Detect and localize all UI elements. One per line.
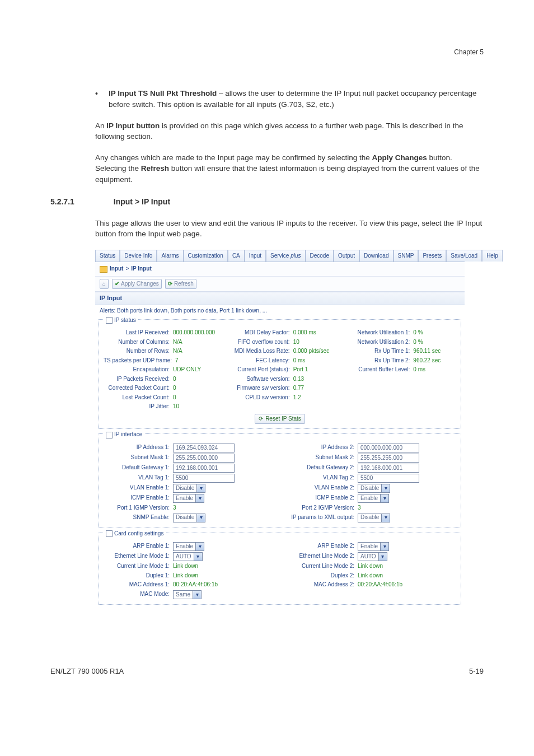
tab-output[interactable]: Output: [334, 250, 359, 262]
tab-customization[interactable]: Customization: [184, 250, 228, 262]
select-input[interactable]: Enable▾: [358, 542, 389, 551]
field-row: ARP Enable 2:Enable▾: [288, 542, 456, 552]
field-label: TS packets per UDP frame:: [104, 357, 172, 365]
field-label: MAC Mode:: [104, 590, 170, 599]
text-input[interactable]: 255.255.255.000: [358, 454, 419, 463]
section-heading: 5.2.7.1 Input > IP Input: [50, 196, 484, 207]
tab-snmp[interactable]: SNMP: [394, 250, 419, 262]
text-input[interactable]: 169.254.093.024: [173, 444, 235, 452]
tab-download[interactable]: Download: [359, 250, 393, 262]
select-input[interactable]: Disable▾: [358, 484, 390, 493]
field-row: Network Utilisation 2:0 %: [344, 338, 456, 347]
section-intro: This page allows the user to view and ed…: [50, 218, 484, 240]
legend: IP interface: [104, 431, 144, 439]
text-input[interactable]: 000.000.000.000: [358, 444, 419, 452]
tab-status[interactable]: Status: [95, 250, 120, 262]
field-value: 00:20:AA:4f:06:1b: [173, 581, 218, 589]
field-value: 0.000 ms: [293, 329, 316, 337]
text-input[interactable]: 5500: [358, 474, 419, 483]
home-button[interactable]: ⌂: [100, 279, 109, 290]
field-label: Firmware sw version:: [224, 384, 290, 393]
crumb-a[interactable]: Input: [110, 265, 123, 273]
tab-input[interactable]: Input: [245, 250, 266, 262]
field-label: MAC Address 1:: [104, 581, 170, 589]
chevron-down-icon: ▾: [195, 494, 204, 502]
refresh-button[interactable]: ⟳Refresh: [165, 279, 196, 290]
field-row: MDI Media Loss Rate:0.000 pkts/sec: [224, 347, 336, 356]
tab-alarms[interactable]: Alarms: [157, 250, 183, 262]
select-input[interactable]: Disable▾: [173, 514, 205, 522]
select-value: AUTO: [174, 553, 194, 561]
select-input[interactable]: Enable▾: [358, 494, 389, 503]
text-input[interactable]: 255.255.000.000: [173, 454, 235, 463]
field-row: Rx Up Time 2:960.22 sec: [344, 356, 456, 366]
field-value: 7: [175, 357, 179, 365]
tab-help[interactable]: Help: [482, 250, 503, 262]
chevron-down-icon: ▾: [193, 591, 201, 599]
field-row: MAC Address 2:00:20:AA:4f:06:1b: [288, 580, 456, 590]
select-input[interactable]: AUTO▾: [358, 552, 387, 561]
reset-ip-stats-button[interactable]: ⟳Reset IP Stats: [255, 414, 305, 424]
field-row: Duplex 1:Link down: [104, 571, 271, 581]
field-label: IP Packets Received:: [104, 375, 170, 384]
field-label: SNMP Enable:: [104, 514, 170, 522]
field-row: ICMP Enable 2:Enable▾: [288, 493, 456, 503]
field-row: Software version:0.13: [224, 375, 336, 384]
select-input[interactable]: AUTO▾: [173, 552, 203, 561]
field-value: Link down: [358, 562, 383, 571]
chevron-down-icon: ▾: [378, 553, 387, 561]
field-row: MAC Mode:Same▾: [104, 590, 271, 600]
field-row: Number of Columns:N/A: [104, 338, 216, 347]
apply-changes-button[interactable]: ✔Apply Changes: [112, 279, 162, 290]
field-value: Link down: [358, 572, 383, 580]
panel-title: IP Input: [95, 292, 465, 305]
text-input[interactable]: 192.168.000.001: [358, 464, 419, 473]
field-row: TS packets per UDP frame:7: [104, 356, 216, 366]
field-row: Duplex 2:Link down: [288, 571, 456, 581]
folder-icon: [100, 266, 107, 273]
text-input[interactable]: 5500: [173, 474, 235, 483]
select-input[interactable]: Disable▾: [358, 514, 390, 522]
field-label: MAC Address 2:: [288, 581, 354, 589]
refresh-icon: ⟳: [168, 280, 172, 288]
field-value: 0 ms: [293, 357, 306, 365]
field-value: 0.77: [293, 384, 304, 393]
select-input[interactable]: Enable▾: [173, 494, 204, 503]
field-row: FEC Latency:0 ms: [224, 356, 336, 366]
select-value: Disable: [358, 514, 381, 522]
tab-device-info[interactable]: Device Info: [120, 250, 157, 262]
field-row: VLAN Enable 1:Disable▾: [104, 483, 271, 493]
field-label: Current Buffer Level:: [344, 366, 410, 374]
field-value: 00:20:AA:4f:06:1b: [358, 581, 402, 589]
field-row: Port 2 IGMP Version:3: [288, 503, 456, 513]
text-input[interactable]: 192.168.000.001: [173, 464, 235, 473]
tab-save-load[interactable]: Save/Load: [446, 250, 482, 262]
bullet-item: IP Input TS Null Pkt Threshold – allows …: [95, 88, 484, 110]
select-input[interactable]: Same▾: [173, 590, 202, 599]
field-value: 960.22 sec: [413, 357, 441, 365]
tab-presets[interactable]: Presets: [418, 250, 446, 262]
field-row: VLAN Tag 2:5500: [288, 473, 456, 483]
field-label: Rx Up Time 1:: [344, 347, 410, 356]
t: IP Input button: [106, 122, 160, 130]
footer-right: 5-19: [469, 666, 484, 677]
tab-service-plus[interactable]: Service plus: [266, 250, 305, 262]
field-row: CPLD sw version:1.2: [224, 393, 336, 403]
field-value: Link down: [173, 572, 198, 580]
select-value: Enable: [358, 543, 380, 551]
tab-ca[interactable]: CA: [228, 250, 245, 262]
card-config-fieldset: Card config settings ARP Enable 1:Enable…: [99, 533, 461, 605]
legend-text: Card config settings: [114, 530, 163, 538]
select-input[interactable]: Disable▾: [173, 484, 205, 493]
field-row: Current Port (status):Port 1: [224, 365, 336, 375]
field-row: Current Buffer Level:0 ms: [344, 365, 456, 375]
select-value: Disable: [174, 484, 196, 493]
field-label: ARP Enable 1:: [104, 542, 170, 551]
ip-status-fieldset: IP status Last IP Received:000.000.000.0…: [99, 319, 461, 430]
field-row: Current Line Mode 2:Link down: [288, 562, 456, 571]
legend-icon: [106, 317, 113, 324]
tab-decode[interactable]: Decode: [306, 250, 334, 262]
field-row: Ethernet Line Mode 2:AUTO▾: [288, 552, 456, 562]
select-input[interactable]: Enable▾: [173, 542, 204, 551]
field-label: Current Port (status):: [224, 366, 290, 374]
